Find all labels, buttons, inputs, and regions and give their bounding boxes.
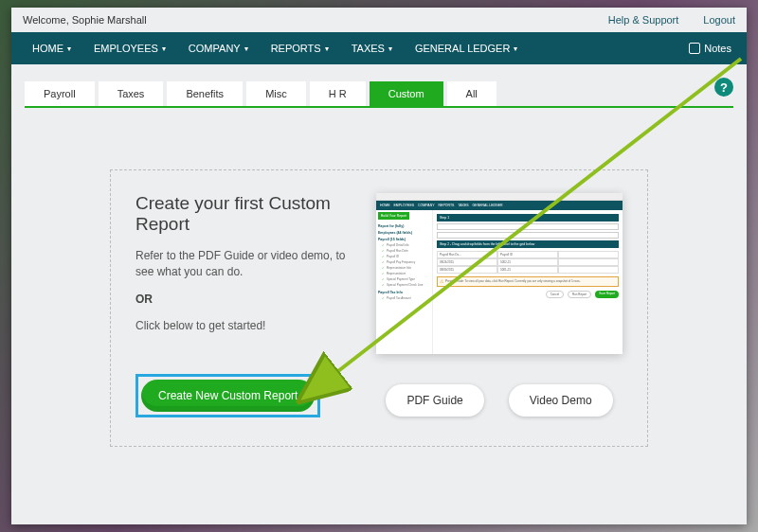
- notes-button[interactable]: Notes: [683, 43, 737, 54]
- nav-reports[interactable]: REPORTS▾: [260, 32, 340, 64]
- tab-all[interactable]: All: [447, 81, 496, 106]
- video-demo-button[interactable]: Video Demo: [509, 384, 613, 417]
- tab-taxes[interactable]: Taxes: [99, 81, 164, 106]
- nav-employees[interactable]: EMPLOYEES▾: [82, 32, 177, 64]
- welcome-text: Welcome, Sophie Marshall: [23, 14, 147, 26]
- tab-payroll[interactable]: Payroll: [25, 81, 95, 106]
- tab-underline: [25, 106, 733, 108]
- help-icon[interactable]: ?: [714, 78, 733, 97]
- panel-heading: Create your first Custom Report: [135, 193, 357, 235]
- preview-screenshot: HOMEEMPLOYEESCOMPANYREPORTSTAXESGENERAL …: [376, 193, 623, 354]
- panel-or: OR: [135, 292, 357, 308]
- nav-general-ledger[interactable]: GENERAL LEDGER▾: [404, 32, 529, 64]
- top-bar: Welcome, Sophie Marshall Help & Support …: [11, 8, 747, 32]
- nav-company[interactable]: COMPANY▾: [177, 32, 260, 64]
- panel-left: Create your first Custom Report Refer to…: [135, 193, 357, 417]
- empty-state-panel: Create your first Custom Report Refer to…: [110, 169, 648, 447]
- panel-right: HOMEEMPLOYEESCOMPANYREPORTSTAXESGENERAL …: [376, 193, 623, 417]
- logout-link[interactable]: Logout: [703, 14, 735, 26]
- create-button-highlight: Create New Custom Report: [135, 374, 320, 417]
- panel-text-2: Click below to get started!: [135, 318, 357, 334]
- chevron-down-icon: ▾: [244, 44, 248, 53]
- tab-custom[interactable]: Custom: [370, 81, 443, 106]
- chevron-down-icon: ▾: [162, 44, 166, 53]
- report-tabs: Payroll Taxes Benefits Misc H R Custom A…: [25, 78, 733, 106]
- notes-icon: [689, 43, 700, 54]
- create-new-custom-report-button[interactable]: Create New Custom Report: [141, 380, 315, 412]
- pdf-guide-button[interactable]: PDF Guide: [386, 384, 483, 417]
- chevron-down-icon: ▾: [67, 44, 71, 53]
- chevron-down-icon: ▾: [325, 44, 329, 53]
- nav-taxes[interactable]: TAXES▾: [340, 32, 404, 64]
- panel-text-1: Refer to the PDF Guide or video demo, to…: [135, 248, 357, 280]
- tab-benefits[interactable]: Benefits: [167, 81, 243, 106]
- main-nav: HOME▾ EMPLOYEES▾ COMPANY▾ REPORTS▾ TAXES…: [11, 32, 747, 64]
- chevron-down-icon: ▾: [514, 44, 517, 53]
- help-support-link[interactable]: Help & Support: [608, 14, 679, 26]
- nav-home[interactable]: HOME▾: [21, 32, 82, 64]
- tab-hr[interactable]: H R: [310, 81, 366, 106]
- chevron-down-icon: ▾: [388, 44, 392, 53]
- panel-actions: PDF Guide Video Demo: [376, 384, 623, 417]
- app-window: Welcome, Sophie Marshall Help & Support …: [11, 8, 747, 524]
- content-area: Payroll Taxes Benefits Misc H R Custom A…: [11, 64, 747, 524]
- tab-misc[interactable]: Misc: [246, 81, 306, 106]
